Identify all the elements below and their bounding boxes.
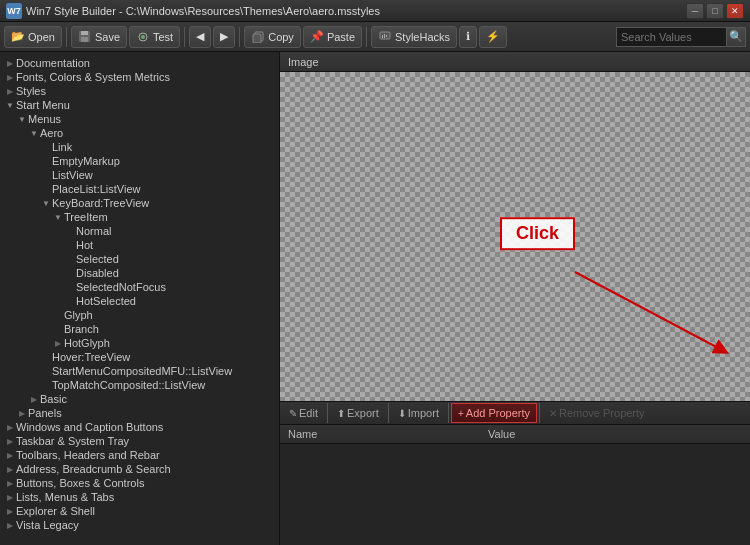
forward-button[interactable]: ▶ xyxy=(213,26,235,48)
tree-arrow-icon: ▶ xyxy=(52,337,64,349)
tree-item-16[interactable]: SelectedNotFocus xyxy=(0,280,279,294)
export-button[interactable]: ⬆ Export xyxy=(330,403,386,423)
tree-item-label: Aero xyxy=(40,127,63,139)
close-button[interactable]: ✕ xyxy=(726,3,744,19)
tree-arrow-icon xyxy=(64,295,76,307)
tree-item-26[interactable]: ▶Windows and Caption Buttons xyxy=(0,420,279,434)
tree-arrow-icon xyxy=(64,239,76,251)
tree-item-7[interactable]: EmptyMarkup xyxy=(0,154,279,168)
open-icon: 📂 xyxy=(11,30,25,44)
tree-item-label: Styles xyxy=(16,85,46,97)
action-button[interactable]: ⚡ xyxy=(479,26,507,48)
tree-item-19[interactable]: Branch xyxy=(0,322,279,336)
tree-item-label: Panels xyxy=(28,407,62,419)
svg-rect-1 xyxy=(81,31,88,35)
click-label: Click xyxy=(500,217,575,250)
tree-item-18[interactable]: Glyph xyxy=(0,308,279,322)
tree-item-label: Menus xyxy=(28,113,61,125)
window-controls: ─ □ ✕ xyxy=(686,3,744,19)
tree-item-22[interactable]: StartMenuCompositedMFU::ListView xyxy=(0,364,279,378)
tree-item-6[interactable]: Link xyxy=(0,140,279,154)
tree-item-label: Fonts, Colors & System Metrics xyxy=(16,71,170,83)
maximize-button[interactable]: □ xyxy=(706,3,724,19)
open-button[interactable]: 📂 Open xyxy=(4,26,62,48)
tree-arrow-icon xyxy=(52,323,64,335)
tree-item-5[interactable]: ▼Aero xyxy=(0,126,279,140)
tree-item-2[interactable]: ▶Styles xyxy=(0,84,279,98)
tree-item-13[interactable]: Hot xyxy=(0,238,279,252)
search-area: 🔍 xyxy=(616,27,746,47)
svg-rect-6 xyxy=(253,34,261,43)
test-button[interactable]: Test xyxy=(129,26,180,48)
tree-arrow-icon xyxy=(64,281,76,293)
tree-item-label: ListView xyxy=(52,169,93,181)
tree-item-17[interactable]: HotSelected xyxy=(0,294,279,308)
search-input[interactable] xyxy=(616,27,726,47)
save-button[interactable]: Save xyxy=(71,26,127,48)
tree-item-10[interactable]: ▼KeyBoard:TreeView xyxy=(0,196,279,210)
tree-item-label: SelectedNotFocus xyxy=(76,281,166,293)
tree-item-3[interactable]: ▼Start Menu xyxy=(0,98,279,112)
tree-item-label: Address, Breadcrumb & Search xyxy=(16,463,171,475)
tree-item-21[interactable]: Hover:TreeView xyxy=(0,350,279,364)
copy-icon xyxy=(251,30,265,44)
tree-item-label: Branch xyxy=(64,323,99,335)
tree-arrow-icon: ▶ xyxy=(4,57,16,69)
tree-item-24[interactable]: ▶Basic xyxy=(0,392,279,406)
tree-item-8[interactable]: ListView xyxy=(0,168,279,182)
remove-property-button[interactable]: ✕ Remove Property xyxy=(542,403,652,423)
tree-arrow-icon: ▶ xyxy=(4,477,16,489)
tree-item-28[interactable]: ▶Toolbars, Headers and Rebar xyxy=(0,448,279,462)
paste-button[interactable]: 📌 Paste xyxy=(303,26,362,48)
tree-item-label: Hover:TreeView xyxy=(52,351,130,363)
tree-item-label: Link xyxy=(52,141,72,153)
tree-item-label: Basic xyxy=(40,393,67,405)
tree-item-0[interactable]: ▶Documentation xyxy=(0,56,279,70)
edit-icon: ✎ xyxy=(289,408,297,419)
tree-arrow-icon: ▼ xyxy=(16,113,28,125)
edit-button[interactable]: ✎ Edit xyxy=(282,403,325,423)
tree-item-23[interactable]: TopMatchComposited::ListView xyxy=(0,378,279,392)
tree-item-31[interactable]: ▶Lists, Menus & Tabs xyxy=(0,490,279,504)
info-button[interactable]: ℹ xyxy=(459,26,477,48)
window-title: Win7 Style Builder - C:\Windows\Resource… xyxy=(26,5,686,17)
tree-item-4[interactable]: ▼Menus xyxy=(0,112,279,126)
add-property-button[interactable]: + Add Property xyxy=(451,403,537,423)
tree-item-14[interactable]: Selected xyxy=(0,252,279,266)
tree-item-1[interactable]: ▶Fonts, Colors & System Metrics xyxy=(0,70,279,84)
image-tab[interactable]: Image xyxy=(280,52,750,72)
tree-item-20[interactable]: ▶HotGlyph xyxy=(0,336,279,350)
svg-line-12 xyxy=(575,272,722,350)
properties-table: Name Value xyxy=(280,425,750,545)
tree-arrow-icon xyxy=(40,365,52,377)
stylehacks-button[interactable]: StyleHacks xyxy=(371,26,457,48)
toolbar-separator xyxy=(66,27,67,47)
tree-item-9[interactable]: PlaceList:ListView xyxy=(0,182,279,196)
minimize-button[interactable]: ─ xyxy=(686,3,704,19)
image-canvas: Click xyxy=(280,72,750,401)
tree-item-32[interactable]: ▶Explorer & Shell xyxy=(0,504,279,518)
tree-item-label: Normal xyxy=(76,225,111,237)
tree-arrow-icon: ▶ xyxy=(28,393,40,405)
toolbar-sep4 xyxy=(366,27,367,47)
tree-arrow-icon: ▼ xyxy=(28,127,40,139)
tree-item-11[interactable]: ▼TreeItem xyxy=(0,210,279,224)
tree-item-label: Disabled xyxy=(76,267,119,279)
tree-item-29[interactable]: ▶Address, Breadcrumb & Search xyxy=(0,462,279,476)
tree-item-label: Start Menu xyxy=(16,99,70,111)
tree-item-30[interactable]: ▶Buttons, Boxes & Controls xyxy=(0,476,279,490)
tree-item-label: HotGlyph xyxy=(64,337,110,349)
search-button[interactable]: 🔍 xyxy=(726,27,746,47)
import-button[interactable]: ⬇ Import xyxy=(391,403,446,423)
back-button[interactable]: ◀ xyxy=(189,26,211,48)
tree-item-27[interactable]: ▶Taskbar & System Tray xyxy=(0,434,279,448)
tree-item-25[interactable]: ▶Panels xyxy=(0,406,279,420)
prop-sep4 xyxy=(539,403,540,423)
tree-item-label: Documentation xyxy=(16,57,90,69)
tree-item-label: PlaceList:ListView xyxy=(52,183,140,195)
tree-item-12[interactable]: Normal xyxy=(0,224,279,238)
tree-item-15[interactable]: Disabled xyxy=(0,266,279,280)
tree-item-label: Taskbar & System Tray xyxy=(16,435,129,447)
tree-item-33[interactable]: ▶Vista Legacy xyxy=(0,518,279,532)
copy-button[interactable]: Copy xyxy=(244,26,301,48)
